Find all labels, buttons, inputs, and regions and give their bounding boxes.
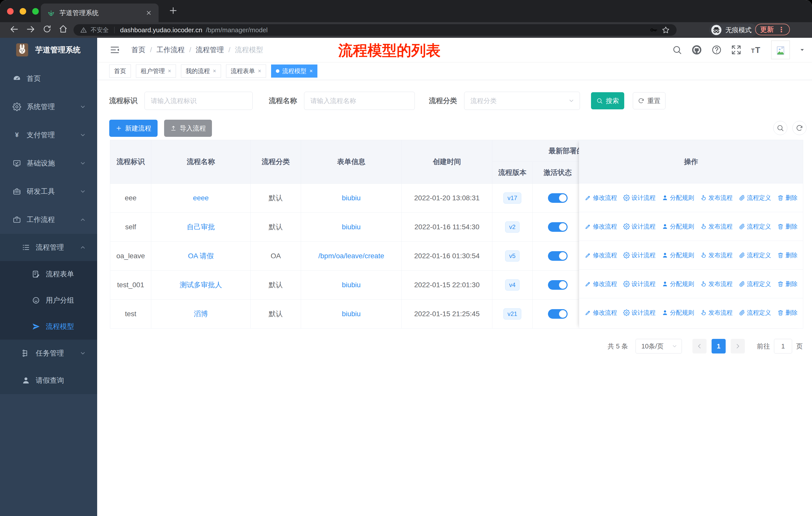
sidebar-item-process-management[interactable]: 流程管理 — [0, 234, 97, 261]
action-publish-link[interactable]: 发布流程 — [700, 309, 733, 317]
sidebar-item-devtools[interactable]: 研发工具 — [0, 178, 97, 206]
action-assign-rule-link[interactable]: 分配规则 — [662, 309, 694, 317]
zoom-window-button[interactable] — [32, 8, 39, 15]
action-modify-link[interactable]: 修改流程 — [585, 309, 617, 317]
action-design-link[interactable]: 设计流程 — [623, 280, 656, 288]
sidebar-item-leave-query[interactable]: 请假查询 — [0, 367, 97, 394]
action-design-link[interactable]: 设计流程 — [623, 194, 656, 202]
form-info-link[interactable]: biubiu — [342, 223, 361, 231]
close-icon[interactable]: × — [310, 68, 313, 74]
sidebar-item-user-group[interactable]: 用户分组 — [0, 287, 97, 314]
refresh-table-button[interactable] — [792, 121, 807, 135]
tab-process-form[interactable]: 流程表单× — [226, 64, 266, 78]
close-window-button[interactable] — [7, 8, 13, 15]
font-size-icon[interactable]: TT — [751, 44, 762, 56]
active-status-toggle[interactable] — [548, 280, 568, 290]
process-name-input[interactable] — [304, 92, 415, 110]
close-icon[interactable]: × — [213, 68, 216, 74]
process-key-input[interactable] — [144, 92, 253, 110]
caret-down-icon[interactable] — [799, 47, 806, 53]
goto-page-input[interactable] — [774, 339, 792, 353]
tab-my-process[interactable]: 我的流程× — [181, 64, 221, 78]
action-modify-link[interactable]: 修改流程 — [585, 280, 617, 288]
process-name-link[interactable]: 自己审批 — [187, 222, 215, 232]
sidebar-item-task-management[interactable]: 任务管理 — [0, 340, 97, 367]
minimize-window-button[interactable] — [20, 8, 26, 15]
page-size-select[interactable]: 10条/页 — [636, 339, 682, 353]
sidebar-item-process-model[interactable]: 流程模型 — [0, 314, 97, 340]
home-icon[interactable] — [58, 24, 68, 34]
sidebar-collapse-icon[interactable] — [109, 44, 120, 55]
action-definition-link[interactable]: 流程定义 — [739, 280, 771, 288]
reload-icon[interactable] — [42, 24, 52, 34]
sidebar-item-infrastructure[interactable]: 基础设施 — [0, 149, 97, 178]
action-delete-link[interactable]: 删除 — [777, 251, 798, 259]
tab-close-icon[interactable] — [145, 9, 152, 16]
sidebar-item-process-form[interactable]: 流程表单 — [0, 261, 97, 287]
active-status-toggle[interactable] — [548, 193, 568, 203]
browser-menu-icon[interactable]: ⋮ — [778, 25, 785, 34]
active-status-toggle[interactable] — [548, 309, 568, 319]
back-icon[interactable] — [9, 24, 19, 34]
action-assign-rule-link[interactable]: 分配规则 — [662, 222, 694, 230]
search-button[interactable]: 搜索 — [591, 92, 624, 109]
form-info-link[interactable]: biubiu — [342, 194, 361, 202]
action-delete-link[interactable]: 删除 — [777, 309, 798, 317]
star-icon[interactable] — [662, 26, 670, 34]
active-status-toggle[interactable] — [548, 251, 568, 261]
action-delete-link[interactable]: 删除 — [777, 194, 798, 202]
tab-tenant[interactable]: 租户管理× — [136, 64, 176, 78]
page-1-button[interactable]: 1 — [712, 339, 726, 353]
action-design-link[interactable]: 设计流程 — [623, 309, 656, 317]
action-definition-link[interactable]: 流程定义 — [739, 194, 771, 202]
form-info-link[interactable]: biubiu — [342, 281, 361, 289]
process-name-link[interactable]: 测试多审批人 — [180, 280, 222, 290]
breadcrumb-item[interactable]: 流程管理 — [196, 45, 224, 55]
tab-process-model[interactable]: 流程模型× — [271, 64, 318, 78]
sidebar-item-system[interactable]: 系统管理 — [0, 93, 97, 121]
action-modify-link[interactable]: 修改流程 — [585, 251, 617, 259]
action-publish-link[interactable]: 发布流程 — [700, 251, 733, 259]
new-tab-button[interactable] — [168, 5, 178, 16]
action-publish-link[interactable]: 发布流程 — [700, 222, 733, 230]
action-assign-rule-link[interactable]: 分配规则 — [662, 194, 694, 202]
browser-tab[interactable]: 芋道管理系统 — [41, 3, 158, 22]
breadcrumb-item[interactable]: 首页 — [132, 45, 145, 55]
action-definition-link[interactable]: 流程定义 — [739, 222, 771, 230]
action-publish-link[interactable]: 发布流程 — [700, 280, 733, 288]
sidebar-logo-row[interactable]: 芋道管理系统 — [0, 38, 97, 62]
search-icon[interactable] — [672, 45, 682, 55]
action-definition-link[interactable]: 流程定义 — [739, 309, 771, 317]
action-delete-link[interactable]: 删除 — [777, 222, 798, 230]
forward-icon[interactable] — [26, 24, 36, 34]
tab-home[interactable]: 首页 — [109, 64, 131, 78]
reset-button[interactable]: 重置 — [633, 92, 666, 109]
breadcrumb-item[interactable]: 工作流程 — [156, 45, 185, 55]
avatar[interactable] — [771, 40, 790, 59]
action-design-link[interactable]: 设计流程 — [623, 251, 656, 259]
create-process-button[interactable]: 新建流程 — [109, 120, 157, 137]
sidebar-item-workflow[interactable]: 工作流程 — [0, 206, 97, 234]
browser-update-button[interactable]: 更新 ⋮ — [755, 24, 790, 35]
action-modify-link[interactable]: 修改流程 — [585, 194, 617, 202]
action-modify-link[interactable]: 修改流程 — [585, 222, 617, 230]
sidebar-item-home[interactable]: 首页 — [0, 64, 97, 93]
hide-search-button[interactable] — [773, 121, 787, 135]
action-definition-link[interactable]: 流程定义 — [739, 251, 771, 259]
action-assign-rule-link[interactable]: 分配规则 — [662, 280, 694, 288]
form-info-link[interactable]: biubiu — [342, 310, 361, 318]
next-page-button[interactable] — [731, 339, 745, 353]
github-icon[interactable] — [691, 44, 702, 55]
help-icon[interactable] — [711, 45, 722, 55]
form-info-link[interactable]: /bpm/oa/leave/create — [318, 252, 384, 260]
action-assign-rule-link[interactable]: 分配规则 — [662, 251, 694, 259]
action-publish-link[interactable]: 发布流程 — [700, 194, 733, 202]
fullscreen-icon[interactable] — [731, 45, 742, 55]
address-bar[interactable]: 不安全 dashboard.yudao.iocoder.cn/bpm/manag… — [74, 24, 676, 36]
sidebar-item-payment[interactable]: ¥支付管理 — [0, 121, 97, 149]
import-process-button[interactable]: 导入流程 — [164, 120, 212, 137]
process-name-link[interactable]: eeee — [193, 194, 209, 202]
action-delete-link[interactable]: 删除 — [777, 280, 798, 288]
close-icon[interactable]: × — [168, 68, 171, 74]
close-icon[interactable]: × — [258, 68, 261, 74]
